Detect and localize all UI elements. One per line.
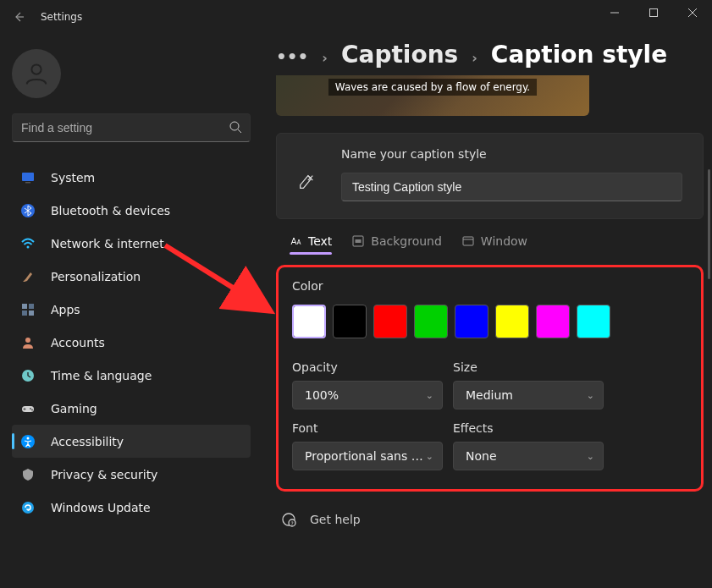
brush-icon (20, 269, 36, 284)
name-label: Name your caption style (341, 147, 682, 161)
breadcrumb-more[interactable]: ••• (276, 47, 308, 67)
window-controls (595, 0, 712, 25)
effects-field: Effects None ⌄ (453, 421, 604, 470)
size-field: Size Medium ⌄ (453, 360, 604, 409)
tab-background[interactable]: Background (352, 234, 442, 255)
sidebar-item-privacy[interactable]: Privacy & security (12, 458, 251, 491)
svg-rect-7 (22, 304, 27, 309)
shield-icon (20, 467, 36, 482)
dropdown-value: None (466, 449, 497, 463)
svg-text:?: ? (290, 520, 293, 526)
color-swatch-yellow[interactable] (495, 305, 529, 338)
dropdown-value: 100% (305, 388, 339, 402)
get-help[interactable]: ? Get help (276, 512, 704, 527)
sidebar-item-label: Network & internet (51, 237, 164, 250)
search-icon (229, 120, 242, 137)
update-icon (20, 500, 36, 515)
chevron-down-icon: ⌄ (426, 390, 433, 401)
scrollbar[interactable] (708, 169, 710, 279)
titlebar: Settings (0, 0, 712, 34)
grid-icon (20, 302, 36, 317)
caption-preview: Waves are caused by a flow of energy. (276, 75, 589, 116)
svg-rect-0 (650, 9, 658, 17)
svg-point-15 (31, 409, 33, 410)
sidebar-item-label: Windows Update (51, 501, 151, 514)
maximize-button[interactable] (634, 0, 673, 25)
font-label: Font (292, 421, 443, 435)
main: ••• › Captions › Caption style Waves are… (262, 34, 712, 588)
svg-rect-8 (29, 304, 34, 309)
sidebar-item-label: Apps (51, 303, 80, 316)
close-button[interactable] (673, 0, 712, 25)
sidebar: System Bluetooth & devices Network & int… (0, 34, 262, 588)
sidebar-item-network[interactable]: Network & internet (12, 227, 251, 260)
sidebar-item-apps[interactable]: Apps (12, 293, 251, 326)
svg-point-2 (230, 122, 239, 130)
svg-rect-10 (29, 310, 34, 316)
dropdown-value: Medium (466, 388, 513, 402)
avatar[interactable] (12, 49, 61, 98)
font-dropdown[interactable]: Proportional sans s... ⌄ (292, 442, 443, 470)
sidebar-item-personalization[interactable]: Personalization (12, 260, 251, 293)
color-swatch-cyan[interactable] (577, 305, 610, 338)
effects-dropdown[interactable]: None ⌄ (453, 442, 604, 470)
help-icon: ? (281, 512, 296, 527)
caption-name-input[interactable] (341, 173, 682, 201)
text-icon (290, 235, 301, 247)
bluetooth-icon (20, 203, 36, 218)
svg-point-14 (30, 408, 31, 409)
color-swatch-green[interactable] (414, 305, 448, 338)
dropdown-value: Proportional sans s... (305, 449, 426, 463)
tab-label: Background (371, 234, 442, 248)
color-swatch-white[interactable] (292, 305, 326, 338)
gamepad-icon (20, 401, 36, 416)
back-button[interactable] (5, 3, 32, 30)
sidebar-item-update[interactable]: Windows Update (12, 491, 251, 524)
sidebar-item-time[interactable]: Time & language (12, 359, 251, 392)
sidebar-item-label: System (51, 171, 95, 184)
tab-window[interactable]: Window (462, 234, 527, 255)
color-swatch-red[interactable] (373, 305, 407, 338)
sidebar-item-label: Gaming (51, 402, 97, 415)
text-panel: Color Opacity 100% ⌄ (276, 265, 704, 492)
background-icon (352, 235, 364, 247)
size-dropdown[interactable]: Medium ⌄ (453, 381, 604, 409)
breadcrumb-captions[interactable]: Captions (341, 41, 458, 69)
search-input[interactable] (12, 113, 251, 142)
opacity-label: Opacity (292, 360, 443, 374)
color-swatch-magenta[interactable] (536, 305, 570, 338)
help-label: Get help (310, 513, 361, 526)
color-label: Color (292, 279, 687, 293)
color-swatch-blue[interactable] (455, 305, 488, 338)
svg-rect-9 (22, 310, 27, 316)
minimize-button[interactable] (595, 0, 634, 25)
sidebar-item-system[interactable]: System (12, 161, 251, 194)
tab-text[interactable]: Text (290, 234, 332, 255)
svg-rect-21 (463, 237, 473, 245)
svg-point-11 (25, 338, 30, 343)
accessibility-icon (20, 434, 36, 449)
opacity-field: Opacity 100% ⌄ (292, 360, 443, 409)
tab-label: Window (481, 234, 527, 248)
sidebar-item-gaming[interactable]: Gaming (12, 392, 251, 425)
font-field: Font Proportional sans s... ⌄ (292, 421, 443, 470)
sidebar-item-bluetooth[interactable]: Bluetooth & devices (12, 194, 251, 227)
back-icon (12, 10, 25, 24)
sidebar-item-accessibility[interactable]: Accessibility (12, 425, 251, 458)
color-swatch-black[interactable] (333, 305, 367, 338)
tab-label: Text (308, 234, 332, 248)
search-wrap (12, 113, 251, 142)
chevron-down-icon: ⌄ (587, 451, 594, 462)
minimize-icon (610, 8, 619, 17)
sidebar-item-label: Privacy & security (51, 468, 157, 481)
app-title: Settings (41, 11, 82, 23)
chevron-down-icon: ⌄ (426, 451, 433, 462)
sidebar-item-label: Time & language (51, 369, 152, 382)
svg-point-6 (27, 245, 30, 248)
breadcrumb-current: Caption style (491, 41, 667, 69)
close-icon (688, 8, 697, 17)
sidebar-item-accounts[interactable]: Accounts (12, 326, 251, 359)
opacity-dropdown[interactable]: 100% ⌄ (292, 381, 443, 409)
size-label: Size (453, 360, 604, 374)
preview-caption-text: Waves are caused by a flow of energy. (328, 79, 537, 96)
